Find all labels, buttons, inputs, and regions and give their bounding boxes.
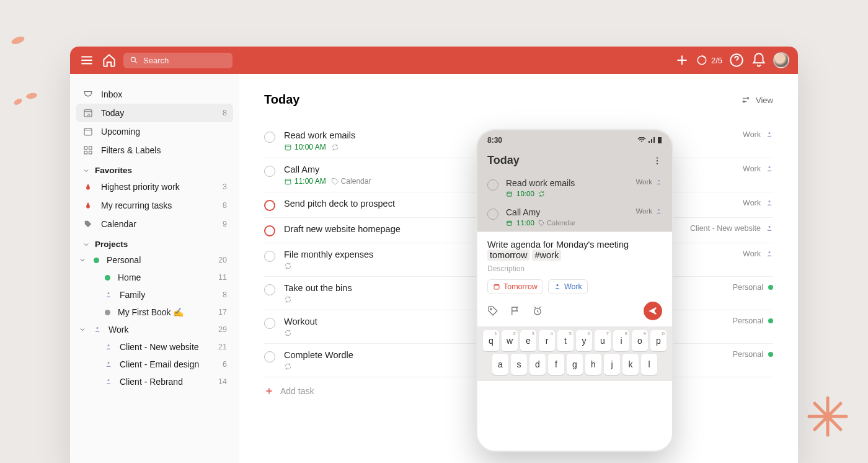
notifications-icon[interactable] <box>751 52 767 68</box>
svg-point-34 <box>490 308 492 310</box>
task-project: Work <box>743 249 773 258</box>
key[interactable]: g <box>567 354 583 375</box>
favorite-item[interactable]: My recurring tasks8 <box>76 196 233 215</box>
signal-icon <box>648 137 655 143</box>
key[interactable]: k <box>622 354 639 375</box>
alarm-icon[interactable] <box>532 305 543 317</box>
phone-checkbox[interactable] <box>487 179 498 191</box>
home-icon[interactable] <box>101 52 117 68</box>
svg-rect-32 <box>494 285 499 290</box>
favorites-header[interactable]: Favorites <box>76 160 233 178</box>
phone-mockup: 8:30 Today Read work emails 10:00 Work <box>476 129 673 452</box>
more-icon[interactable] <box>652 156 662 166</box>
key[interactable]: 1q <box>483 330 499 351</box>
task-project: Work <box>743 130 773 139</box>
svg-point-23 <box>769 251 771 253</box>
search-input[interactable]: Search <box>123 53 232 68</box>
phone-task[interactable]: Read work emails 10:00 Work <box>477 173 672 202</box>
sidebar-filters[interactable]: Filters & Labels <box>76 141 233 160</box>
project-item[interactable]: Personal20 <box>76 251 233 269</box>
key[interactable]: 2w <box>502 330 518 351</box>
pill-project[interactable]: Work <box>548 279 588 294</box>
decoration <box>25 92 37 100</box>
decoration-star <box>806 395 849 438</box>
svg-point-15 <box>747 97 749 99</box>
sidebar-inbox[interactable]: Inbox <box>76 85 233 104</box>
svg-rect-6 <box>84 146 87 150</box>
recurring-icon <box>284 329 292 337</box>
svg-text:21: 21 <box>87 113 91 117</box>
subproject-item[interactable]: My First Book ✍️17 <box>76 303 233 321</box>
svg-point-31 <box>658 209 660 210</box>
key[interactable]: l <box>641 354 657 375</box>
favorite-item[interactable]: Highest priority work3 <box>76 178 233 196</box>
task-checkbox[interactable] <box>264 351 275 362</box>
task-checkbox[interactable] <box>264 251 275 262</box>
task-checkbox[interactable] <box>264 284 275 295</box>
compose-title[interactable]: Write agenda for Monday's meeting tomorr… <box>487 240 662 261</box>
inbox-icon <box>82 89 94 100</box>
project-item[interactable]: Work29 <box>76 321 233 338</box>
compose-description[interactable]: Description <box>487 264 662 273</box>
key[interactable]: 9o <box>632 330 648 351</box>
subproject-item[interactable]: Home11 <box>76 269 233 286</box>
svg-point-14 <box>108 379 110 381</box>
key[interactable]: s <box>511 354 527 375</box>
sidebar-today[interactable]: 21 Today 8 <box>76 104 233 122</box>
key[interactable]: j <box>604 354 620 375</box>
wifi-icon <box>637 137 646 143</box>
key[interactable]: 7u <box>595 330 611 351</box>
recurring-icon <box>284 295 292 303</box>
productivity-progress[interactable]: 2/5 <box>696 55 722 66</box>
key[interactable]: f <box>548 354 564 375</box>
svg-point-33 <box>556 284 558 286</box>
key[interactable]: 4r <box>539 330 555 351</box>
task-checkbox[interactable] <box>264 318 275 329</box>
task-checkbox[interactable] <box>264 132 275 143</box>
flag-icon[interactable] <box>510 305 521 317</box>
tag-icon[interactable] <box>487 305 498 317</box>
svg-point-21 <box>769 200 771 202</box>
sidebar-upcoming[interactable]: Upcoming <box>76 122 233 141</box>
favorite-item[interactable]: Calendar9 <box>76 215 233 233</box>
svg-point-22 <box>769 226 771 228</box>
favorite-icon <box>82 218 94 230</box>
svg-rect-8 <box>84 151 87 155</box>
key[interactable]: 8i <box>613 330 629 351</box>
favorite-icon <box>82 181 94 192</box>
subproject-item[interactable]: Family8 <box>76 286 233 303</box>
subproject-item[interactable]: Client - New website21 <box>76 338 233 356</box>
svg-rect-7 <box>89 146 92 150</box>
phone-checkbox[interactable] <box>487 209 498 220</box>
decoration <box>13 97 23 106</box>
phone-task[interactable]: Call Amy 11:00 Calendar Work <box>477 202 672 232</box>
key[interactable]: 3e <box>520 330 536 351</box>
view-button[interactable]: View <box>741 95 773 105</box>
task-project: Personal <box>733 317 773 325</box>
key[interactable]: a <box>492 354 508 375</box>
projects-header[interactable]: Projects <box>76 233 233 251</box>
search-placeholder: Search <box>143 56 169 65</box>
add-button[interactable] <box>674 52 690 68</box>
grid-icon <box>82 145 94 156</box>
phone-title: Today <box>487 154 520 167</box>
svg-point-26 <box>657 160 658 161</box>
help-icon[interactable] <box>728 52 745 68</box>
avatar[interactable] <box>773 52 789 68</box>
svg-point-0 <box>131 57 135 61</box>
key[interactable]: 0p <box>650 330 666 351</box>
menu-icon[interactable] <box>79 52 95 68</box>
subproject-item[interactable]: Client - Rebrand14 <box>76 373 233 390</box>
task-checkbox[interactable] <box>264 225 275 236</box>
send-button[interactable] <box>644 302 662 320</box>
svg-point-12 <box>108 344 110 346</box>
key[interactable]: h <box>585 354 601 375</box>
favorite-icon <box>82 200 94 211</box>
task-checkbox[interactable] <box>264 200 275 211</box>
key[interactable]: 5t <box>557 330 574 351</box>
subproject-item[interactable]: Client - Email design6 <box>76 356 233 373</box>
pill-date[interactable]: Tomorrow <box>487 279 543 294</box>
task-checkbox[interactable] <box>264 166 275 177</box>
key[interactable]: d <box>529 354 546 375</box>
key[interactable]: 6y <box>576 330 592 351</box>
